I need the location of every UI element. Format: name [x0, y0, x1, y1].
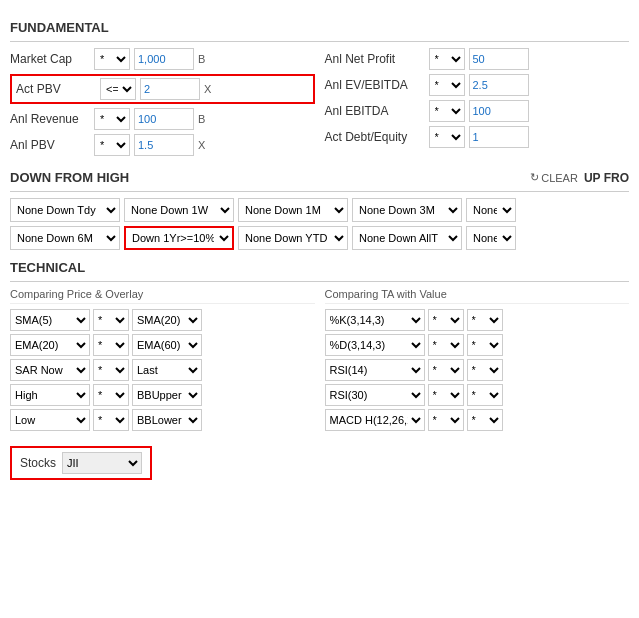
act-pbv-label: Act PBV	[16, 82, 96, 96]
high-row: High * BBUpper	[10, 384, 315, 406]
down-row-2: None Down 6M Down 6M>=5% Down 6M>=10% No…	[10, 226, 629, 250]
macd-op-select[interactable]: *	[428, 409, 464, 431]
low-val-select[interactable]: BBLower	[132, 409, 202, 431]
rsi30-val-select[interactable]: *	[467, 384, 503, 406]
d-val-select[interactable]: *	[467, 334, 503, 356]
anl-revenue-value[interactable]	[134, 108, 194, 130]
anl-net-profit-value[interactable]	[469, 48, 529, 70]
act-debt-equity-row: Act Debt/Equity *	[325, 126, 630, 148]
macd-row: MACD H(12,26,29) * *	[325, 409, 630, 431]
stocks-container: Stocks JII LQ45 IDX30 ALL	[10, 446, 629, 480]
low-op-select[interactable]: *	[93, 409, 129, 431]
act-debt-equity-label: Act Debt/Equity	[325, 130, 425, 144]
rsi14-row: RSI(14) * *	[325, 359, 630, 381]
anl-net-profit-row: Anl Net Profit *	[325, 48, 630, 70]
anl-pbv-op[interactable]: *	[94, 134, 130, 156]
k-val-select[interactable]: *	[467, 309, 503, 331]
ema20-val-select[interactable]: EMA(60)	[132, 334, 202, 356]
anl-ev-ebitda-row: Anl EV/EBITDA *	[325, 74, 630, 96]
down-6m-select[interactable]: None Down 6M Down 6M>=5% Down 6M>=10%	[10, 226, 120, 250]
down-1yr-select[interactable]: None Down 1Yr Down 1Yr>=5% Down 1Yr>=10%…	[124, 226, 234, 250]
technical-section: TECHNICAL Comparing Price & Overlay SMA(…	[10, 260, 629, 434]
down-ytd-select[interactable]: None Down YTD Down YTD>=5% Down YTD>=10%	[238, 226, 348, 250]
down-from-high-section: DOWN FROM HIGH ↻ CLEAR UP FRO None Down …	[10, 170, 629, 250]
sar-val-select[interactable]: Last	[132, 359, 202, 381]
anl-ebitda-label: Anl EBITDA	[325, 104, 425, 118]
act-debt-equity-op[interactable]: *	[429, 126, 465, 148]
down-controls: ↻ CLEAR UP FRO	[530, 171, 629, 185]
k-op-select[interactable]: *	[428, 309, 464, 331]
down-allt-select[interactable]: None Down AllT Down AllT>=5% Down AllT>=…	[352, 226, 462, 250]
rsi30-row: RSI(30) * *	[325, 384, 630, 406]
d-ta-select[interactable]: %D(3,14,3)	[325, 334, 425, 356]
act-pbv-unit: X	[204, 83, 216, 95]
down-row-1: None Down Tdy Down Tdy>=5% Down Tdy>=10%…	[10, 198, 629, 222]
sma5-op-select[interactable]: *	[93, 309, 129, 331]
refresh-icon: ↻	[530, 171, 539, 184]
stocks-row: Stocks JII LQ45 IDX30 ALL	[10, 446, 152, 480]
act-pbv-row: Act PBV <=*> X	[10, 74, 315, 104]
anl-net-profit-op[interactable]: *	[429, 48, 465, 70]
rsi30-op-select[interactable]: *	[428, 384, 464, 406]
technical-title: TECHNICAL	[10, 260, 629, 275]
anl-revenue-row: Anl Revenue * B	[10, 108, 315, 130]
anl-revenue-unit: B	[198, 113, 210, 125]
high-val-select[interactable]: BBUpper	[132, 384, 202, 406]
macd-ta-select[interactable]: MACD H(12,26,29)	[325, 409, 425, 431]
ema20-row: EMA(20) * EMA(60)	[10, 334, 315, 356]
fundamental-right: Anl Net Profit * Anl EV/EBITDA * Anl EBI…	[325, 48, 630, 160]
stocks-select[interactable]: JII LQ45 IDX30 ALL	[62, 452, 142, 474]
down-from-high-title: DOWN FROM HIGH	[10, 170, 129, 185]
rsi14-op-select[interactable]: *	[428, 359, 464, 381]
rsi14-ta-select[interactable]: RSI(14)	[325, 359, 425, 381]
anl-revenue-op[interactable]: *	[94, 108, 130, 130]
sar-op-select[interactable]: *	[93, 359, 129, 381]
low-main-select[interactable]: Low	[10, 409, 90, 431]
anl-ev-ebitda-value[interactable]	[469, 74, 529, 96]
down-none2-select[interactable]: None	[466, 226, 516, 250]
anl-ebitda-value[interactable]	[469, 100, 529, 122]
market-cap-value[interactable]	[134, 48, 194, 70]
ema20-main-select[interactable]: EMA(20)	[10, 334, 90, 356]
down-none-select[interactable]: None	[466, 198, 516, 222]
anl-pbv-value[interactable]	[134, 134, 194, 156]
act-pbv-value[interactable]	[140, 78, 200, 100]
fundamental-left: Market Cap * B Act PBV <=*> X Anl Revenu…	[10, 48, 315, 160]
comparing-ta-label: Comparing TA with Value	[325, 288, 630, 304]
down-tdy-select[interactable]: None Down Tdy Down Tdy>=5% Down Tdy>=10%	[10, 198, 120, 222]
market-cap-unit: B	[198, 53, 210, 65]
market-cap-row: Market Cap * B	[10, 48, 315, 70]
act-pbv-op[interactable]: <=*>	[100, 78, 136, 100]
high-op-select[interactable]: *	[93, 384, 129, 406]
anl-revenue-label: Anl Revenue	[10, 112, 90, 126]
high-main-select[interactable]: High	[10, 384, 90, 406]
technical-inner: Comparing Price & Overlay SMA(5) * SMA(2…	[10, 288, 629, 434]
anl-ev-ebitda-label: Anl EV/EBITDA	[325, 78, 425, 92]
clear-button[interactable]: ↻ CLEAR	[530, 171, 578, 184]
k-ta-select[interactable]: %K(3,14,3)	[325, 309, 425, 331]
down-3m-select[interactable]: None Down 3M Down 3M>=5% Down 3M>=10%	[352, 198, 462, 222]
market-cap-op[interactable]: *	[94, 48, 130, 70]
down-1w-select[interactable]: None Down 1W Down 1W>=5% Down 1W>=10%	[124, 198, 234, 222]
anl-ebitda-row: Anl EBITDA *	[325, 100, 630, 122]
d-op-select[interactable]: *	[428, 334, 464, 356]
macd-val-select[interactable]: *	[467, 409, 503, 431]
rsi14-val-select[interactable]: *	[467, 359, 503, 381]
low-row: Low * BBLower	[10, 409, 315, 431]
down-1m-select[interactable]: None Down 1M Down 1M>=5% Down 1M>=10%	[238, 198, 348, 222]
anl-pbv-label: Anl PBV	[10, 138, 90, 152]
comparing-price-label: Comparing Price & Overlay	[10, 288, 315, 304]
sma5-main-select[interactable]: SMA(5)	[10, 309, 90, 331]
rsi30-ta-select[interactable]: RSI(30)	[325, 384, 425, 406]
anl-ebitda-op[interactable]: *	[429, 100, 465, 122]
act-debt-equity-value[interactable]	[469, 126, 529, 148]
clear-label: CLEAR	[541, 172, 578, 184]
ema20-op-select[interactable]: *	[93, 334, 129, 356]
k-row: %K(3,14,3) * *	[325, 309, 630, 331]
anl-pbv-unit: X	[198, 139, 210, 151]
comparing-price-col: Comparing Price & Overlay SMA(5) * SMA(2…	[10, 288, 315, 434]
fundamental-grid: Market Cap * B Act PBV <=*> X Anl Revenu…	[10, 48, 629, 160]
sma5-val-select[interactable]: SMA(20)	[132, 309, 202, 331]
sar-main-select[interactable]: SAR Now	[10, 359, 90, 381]
anl-ev-ebitda-op[interactable]: *	[429, 74, 465, 96]
